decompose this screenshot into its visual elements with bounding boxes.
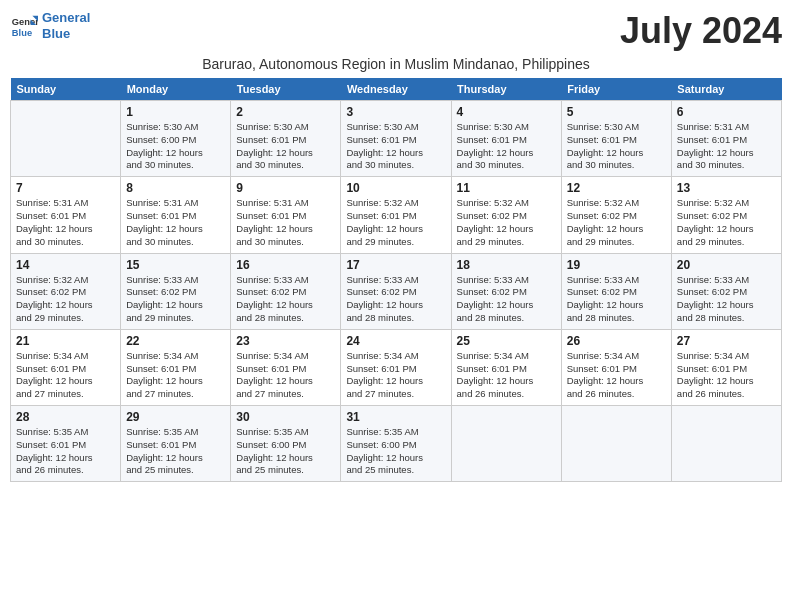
day-number: 26 [567, 334, 666, 348]
calendar-cell [11, 101, 121, 177]
day-number: 11 [457, 181, 556, 195]
calendar-week-row: 28Sunrise: 5:35 AMSunset: 6:01 PMDayligh… [11, 406, 782, 482]
logo-icon: General Blue [10, 12, 38, 40]
calendar-cell: 28Sunrise: 5:35 AMSunset: 6:01 PMDayligh… [11, 406, 121, 482]
day-number: 6 [677, 105, 776, 119]
day-number: 30 [236, 410, 335, 424]
day-number: 31 [346, 410, 445, 424]
calendar-cell: 4Sunrise: 5:30 AMSunset: 6:01 PMDaylight… [451, 101, 561, 177]
calendar-cell: 25Sunrise: 5:34 AMSunset: 6:01 PMDayligh… [451, 329, 561, 405]
weekday-header-cell: Monday [121, 78, 231, 101]
svg-text:General: General [12, 17, 38, 27]
weekday-header-cell: Wednesday [341, 78, 451, 101]
day-info: Sunrise: 5:35 AMSunset: 6:00 PMDaylight:… [346, 426, 445, 477]
day-info: Sunrise: 5:31 AMSunset: 6:01 PMDaylight:… [126, 197, 225, 248]
subtitle: Barurao, Autonomous Region in Muslim Min… [10, 56, 782, 72]
calendar-cell [451, 406, 561, 482]
weekday-header-cell: Sunday [11, 78, 121, 101]
day-info: Sunrise: 5:34 AMSunset: 6:01 PMDaylight:… [567, 350, 666, 401]
calendar-cell: 16Sunrise: 5:33 AMSunset: 6:02 PMDayligh… [231, 253, 341, 329]
day-info: Sunrise: 5:35 AMSunset: 6:00 PMDaylight:… [236, 426, 335, 477]
day-number: 4 [457, 105, 556, 119]
weekday-header-cell: Tuesday [231, 78, 341, 101]
day-info: Sunrise: 5:34 AMSunset: 6:01 PMDaylight:… [236, 350, 335, 401]
day-info: Sunrise: 5:30 AMSunset: 6:01 PMDaylight:… [346, 121, 445, 172]
day-number: 24 [346, 334, 445, 348]
calendar-week-row: 21Sunrise: 5:34 AMSunset: 6:01 PMDayligh… [11, 329, 782, 405]
day-number: 29 [126, 410, 225, 424]
day-number: 18 [457, 258, 556, 272]
calendar-cell: 29Sunrise: 5:35 AMSunset: 6:01 PMDayligh… [121, 406, 231, 482]
weekday-header-cell: Saturday [671, 78, 781, 101]
calendar-cell: 12Sunrise: 5:32 AMSunset: 6:02 PMDayligh… [561, 177, 671, 253]
day-info: Sunrise: 5:32 AMSunset: 6:02 PMDaylight:… [16, 274, 115, 325]
day-info: Sunrise: 5:34 AMSunset: 6:01 PMDaylight:… [126, 350, 225, 401]
calendar-cell: 20Sunrise: 5:33 AMSunset: 6:02 PMDayligh… [671, 253, 781, 329]
day-info: Sunrise: 5:30 AMSunset: 6:00 PMDaylight:… [126, 121, 225, 172]
day-number: 10 [346, 181, 445, 195]
calendar-cell: 13Sunrise: 5:32 AMSunset: 6:02 PMDayligh… [671, 177, 781, 253]
day-info: Sunrise: 5:31 AMSunset: 6:01 PMDaylight:… [677, 121, 776, 172]
day-number: 16 [236, 258, 335, 272]
calendar-cell: 18Sunrise: 5:33 AMSunset: 6:02 PMDayligh… [451, 253, 561, 329]
day-number: 9 [236, 181, 335, 195]
calendar-cell: 10Sunrise: 5:32 AMSunset: 6:01 PMDayligh… [341, 177, 451, 253]
day-info: Sunrise: 5:32 AMSunset: 6:01 PMDaylight:… [346, 197, 445, 248]
calendar-cell: 7Sunrise: 5:31 AMSunset: 6:01 PMDaylight… [11, 177, 121, 253]
day-info: Sunrise: 5:33 AMSunset: 6:02 PMDaylight:… [567, 274, 666, 325]
day-number: 7 [16, 181, 115, 195]
day-number: 3 [346, 105, 445, 119]
calendar-cell: 31Sunrise: 5:35 AMSunset: 6:00 PMDayligh… [341, 406, 451, 482]
day-info: Sunrise: 5:34 AMSunset: 6:01 PMDaylight:… [457, 350, 556, 401]
calendar-cell: 3Sunrise: 5:30 AMSunset: 6:01 PMDaylight… [341, 101, 451, 177]
day-number: 20 [677, 258, 776, 272]
calendar-cell: 1Sunrise: 5:30 AMSunset: 6:00 PMDaylight… [121, 101, 231, 177]
day-number: 19 [567, 258, 666, 272]
day-number: 17 [346, 258, 445, 272]
calendar-week-row: 14Sunrise: 5:32 AMSunset: 6:02 PMDayligh… [11, 253, 782, 329]
day-info: Sunrise: 5:31 AMSunset: 6:01 PMDaylight:… [236, 197, 335, 248]
day-number: 12 [567, 181, 666, 195]
day-info: Sunrise: 5:30 AMSunset: 6:01 PMDaylight:… [236, 121, 335, 172]
logo-general: General [42, 10, 90, 25]
calendar-body: 1Sunrise: 5:30 AMSunset: 6:00 PMDaylight… [11, 101, 782, 482]
day-info: Sunrise: 5:31 AMSunset: 6:01 PMDaylight:… [16, 197, 115, 248]
calendar-cell [561, 406, 671, 482]
day-info: Sunrise: 5:33 AMSunset: 6:02 PMDaylight:… [457, 274, 556, 325]
day-number: 13 [677, 181, 776, 195]
calendar-cell: 22Sunrise: 5:34 AMSunset: 6:01 PMDayligh… [121, 329, 231, 405]
day-number: 1 [126, 105, 225, 119]
day-info: Sunrise: 5:32 AMSunset: 6:02 PMDaylight:… [567, 197, 666, 248]
calendar-cell: 17Sunrise: 5:33 AMSunset: 6:02 PMDayligh… [341, 253, 451, 329]
weekday-header-cell: Friday [561, 78, 671, 101]
logo-blue: Blue [42, 26, 70, 41]
month-title: July 2024 [620, 10, 782, 52]
calendar-cell: 14Sunrise: 5:32 AMSunset: 6:02 PMDayligh… [11, 253, 121, 329]
day-number: 21 [16, 334, 115, 348]
day-number: 5 [567, 105, 666, 119]
day-info: Sunrise: 5:32 AMSunset: 6:02 PMDaylight:… [457, 197, 556, 248]
day-number: 22 [126, 334, 225, 348]
day-number: 23 [236, 334, 335, 348]
day-number: 15 [126, 258, 225, 272]
day-info: Sunrise: 5:34 AMSunset: 6:01 PMDaylight:… [346, 350, 445, 401]
day-info: Sunrise: 5:33 AMSunset: 6:02 PMDaylight:… [346, 274, 445, 325]
calendar-cell: 24Sunrise: 5:34 AMSunset: 6:01 PMDayligh… [341, 329, 451, 405]
day-number: 27 [677, 334, 776, 348]
calendar-cell: 15Sunrise: 5:33 AMSunset: 6:02 PMDayligh… [121, 253, 231, 329]
calendar-cell: 19Sunrise: 5:33 AMSunset: 6:02 PMDayligh… [561, 253, 671, 329]
calendar-cell: 2Sunrise: 5:30 AMSunset: 6:01 PMDaylight… [231, 101, 341, 177]
calendar-week-row: 1Sunrise: 5:30 AMSunset: 6:00 PMDaylight… [11, 101, 782, 177]
day-number: 28 [16, 410, 115, 424]
day-number: 14 [16, 258, 115, 272]
calendar-cell: 11Sunrise: 5:32 AMSunset: 6:02 PMDayligh… [451, 177, 561, 253]
day-info: Sunrise: 5:35 AMSunset: 6:01 PMDaylight:… [16, 426, 115, 477]
day-info: Sunrise: 5:35 AMSunset: 6:01 PMDaylight:… [126, 426, 225, 477]
calendar-cell: 6Sunrise: 5:31 AMSunset: 6:01 PMDaylight… [671, 101, 781, 177]
day-info: Sunrise: 5:33 AMSunset: 6:02 PMDaylight:… [677, 274, 776, 325]
logo: General Blue General Blue [10, 10, 90, 41]
day-number: 2 [236, 105, 335, 119]
calendar-table: SundayMondayTuesdayWednesdayThursdayFrid… [10, 78, 782, 482]
day-info: Sunrise: 5:34 AMSunset: 6:01 PMDaylight:… [677, 350, 776, 401]
day-info: Sunrise: 5:33 AMSunset: 6:02 PMDaylight:… [236, 274, 335, 325]
